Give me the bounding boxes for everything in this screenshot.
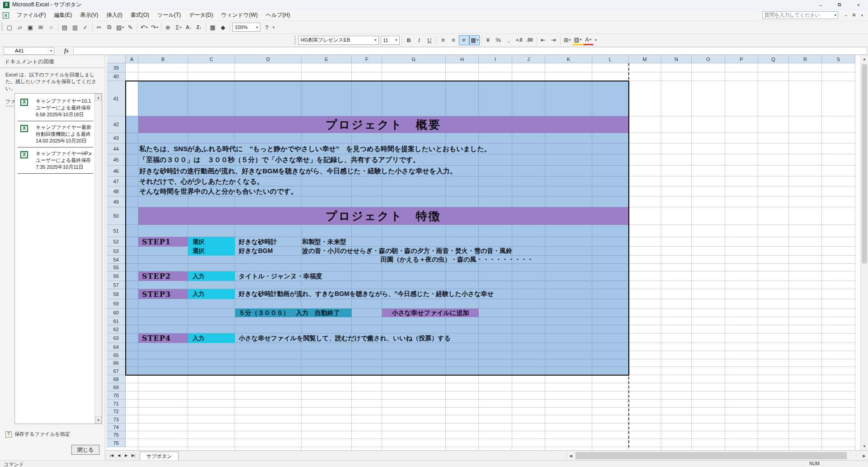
cell-add-band[interactable]: 小さな幸せファイルに追加 (382, 309, 479, 317)
toolbar-options-icon[interactable]: ▾ (595, 38, 597, 42)
cell-paragraph-1[interactable]: 私たちは、SNSがあふれる時代に ”もっと静かでやさしい幸せ” を見つめる時間を… (139, 143, 491, 154)
cell-paragraph-5[interactable]: そんな時間を世界中の人と分かち合いたいのです。 (139, 186, 297, 196)
menu-item[interactable]: ヘルプ(H) (262, 10, 294, 20)
which-file-link[interactable]: 保存するファイルを指定 (14, 431, 70, 438)
question-input[interactable]: 質問を入力してください ▾ (762, 11, 838, 19)
undo-icon[interactable]: ↶▾ (139, 22, 149, 32)
row-header[interactable]: 50 (107, 207, 126, 225)
print-preview-icon[interactable]: ▥ (70, 22, 80, 32)
column-header[interactable]: M (628, 55, 661, 63)
cell-step2-action[interactable]: 入力 (188, 272, 235, 281)
row-header[interactable]: 40 (107, 72, 126, 81)
column-header[interactable]: O (692, 55, 725, 63)
cut-icon[interactable]: ✂ (94, 22, 104, 32)
row-header[interactable]: 62 (107, 325, 126, 334)
bold-button[interactable]: B (404, 35, 414, 45)
zoom-select[interactable]: 100% ▾ (232, 23, 260, 32)
column-header[interactable]: L (592, 55, 628, 63)
row-header[interactable]: 55 (107, 264, 126, 272)
row-header[interactable]: 48 (107, 186, 126, 196)
row-header[interactable]: 45 (107, 154, 126, 166)
row-header[interactable]: 52 (107, 237, 126, 247)
row-header[interactable]: 75 (107, 431, 126, 439)
cell-step1-detail[interactable]: 和製型・未来型 (302, 237, 346, 247)
open-icon[interactable]: ▱ (15, 22, 25, 32)
menu-item[interactable]: ウィンドウ(W) (217, 10, 262, 20)
new-icon[interactable]: ▢ (5, 22, 15, 32)
menu-item[interactable]: 編集(E) (50, 10, 76, 20)
tab-next-button[interactable]: ▶ (123, 452, 130, 459)
column-header[interactable]: A (126, 55, 138, 63)
cell-paragraph-3[interactable]: 好きな砂時計の進行動画が流れ、好きなBGMを聴きながら、今日感じた・経験した小さ… (139, 166, 457, 176)
toolbar-grip[interactable] (1, 23, 3, 32)
row-header[interactable]: 70 (107, 391, 126, 400)
doc-restore-button[interactable]: ⧉ (850, 12, 858, 19)
tab-prev-button[interactable]: ◀ (115, 452, 123, 459)
help-icon[interactable]: ? (261, 22, 272, 32)
cell-step4-action[interactable]: 入力 (188, 334, 235, 343)
save-icon[interactable]: ▣ (25, 22, 36, 32)
row-header[interactable]: 67 (107, 367, 126, 375)
toolbar-options-icon[interactable]: ▾ (273, 25, 274, 29)
row-header[interactable]: 57 (107, 281, 126, 289)
column-header[interactable]: P (725, 55, 758, 63)
sheet-tab[interactable]: サブボタン (140, 452, 179, 460)
column-header[interactable]: Q (758, 55, 789, 63)
menu-item[interactable]: 表示(V) (76, 10, 102, 20)
scrollbar-thumb[interactable] (862, 64, 867, 263)
menu-item[interactable]: ファイル(F) (13, 10, 50, 20)
close-button[interactable]: × (849, 0, 868, 10)
row-header[interactable]: 64 (107, 343, 126, 351)
row-header[interactable]: 58 (107, 289, 126, 299)
cell-step1c-detail[interactable]: 田園（かえる＋夜の虫）・森の風・・・・・・・・・ (381, 256, 533, 264)
row-header[interactable]: 60 (107, 309, 126, 317)
tab-last-button[interactable]: ▶| (130, 452, 137, 459)
copy-icon[interactable]: ⧉ (104, 22, 115, 32)
cell-paragraph-2[interactable]: 「至福の３００」は ３００秒（５分）で「小さな幸せ」を記録し、共有するアプリです… (139, 154, 420, 166)
cell-step1-label[interactable]: STEP1 (138, 237, 188, 247)
minimize-button[interactable]: – (811, 0, 830, 10)
cell-step2-label[interactable]: STEP2 (138, 272, 188, 281)
recovered-file-item[interactable]: X キャンプファイヤーHP.xls [... ユーザーによる最終保存日... 7… (18, 148, 93, 174)
help-icon[interactable]: ? (5, 431, 12, 438)
column-header[interactable]: G (382, 55, 446, 63)
increase-indent-button[interactable]: ⇥ (548, 35, 559, 45)
cell-timer-band[interactable]: ５分（３００Ｓ） 入力 自動終了 (235, 309, 352, 317)
row-header[interactable]: 69 (107, 383, 126, 391)
toolbar-grip[interactable] (294, 36, 296, 45)
column-header[interactable]: K (545, 55, 592, 63)
recovered-file-item[interactable]: X キャンプファイヤー10.18.xls ... ユーザーによる最終保存日...… (18, 95, 93, 121)
row-header[interactable]: 49 (107, 196, 126, 207)
column-header[interactable]: E (302, 55, 352, 63)
font-color-button[interactable]: A▾ (583, 35, 594, 45)
decrease-decimal-button[interactable]: .00 (524, 35, 535, 45)
print-icon[interactable]: ▤ (60, 22, 70, 32)
tab-first-button[interactable]: |◀ (108, 452, 115, 459)
row-header[interactable]: 76 (107, 439, 126, 447)
column-header[interactable]: N (661, 55, 692, 63)
scrollbar-track[interactable] (575, 451, 860, 460)
row-header[interactable]: 74 (107, 424, 126, 431)
doc-minimize-button[interactable]: – (842, 12, 850, 19)
chevron-down-icon[interactable]: ▾ (373, 38, 378, 42)
scroll-down-icon[interactable]: ▼ (861, 443, 868, 450)
align-right-button[interactable]: ≡ (459, 35, 469, 45)
cell-step1b-item[interactable]: 好きなBGM (239, 247, 273, 256)
italic-button[interactable]: I (414, 35, 425, 45)
cell-paragraph-4[interactable]: それだけで、心が少しあたたかくなる。 (139, 176, 264, 186)
cell-step1b-detail[interactable]: 波の音・小川のせせらぎ・森の朝・森の夕方・雨音・焚火・雪の音・風鈴 (302, 247, 512, 256)
scroll-up-icon[interactable]: ▲ (95, 94, 102, 101)
sort-descending-icon[interactable]: Z↓ (194, 22, 204, 32)
percent-style-button[interactable]: % (493, 35, 504, 45)
align-center-button[interactable]: ≡ (448, 35, 459, 45)
paste-icon[interactable]: ▧▾ (115, 22, 125, 32)
scroll-down-icon[interactable]: ▼ (95, 416, 102, 424)
increase-decimal-button[interactable]: +.0 (514, 35, 524, 45)
row-header[interactable]: 43 (107, 133, 126, 143)
row-header[interactable]: 53 (107, 247, 126, 256)
spelling-icon[interactable]: ✓ (80, 22, 91, 32)
column-header[interactable]: B (138, 55, 188, 63)
column-header[interactable]: D (235, 55, 302, 63)
decrease-indent-button[interactable]: ⇤ (538, 35, 548, 45)
vertical-scrollbar[interactable]: ▲ ▼ (860, 55, 868, 450)
